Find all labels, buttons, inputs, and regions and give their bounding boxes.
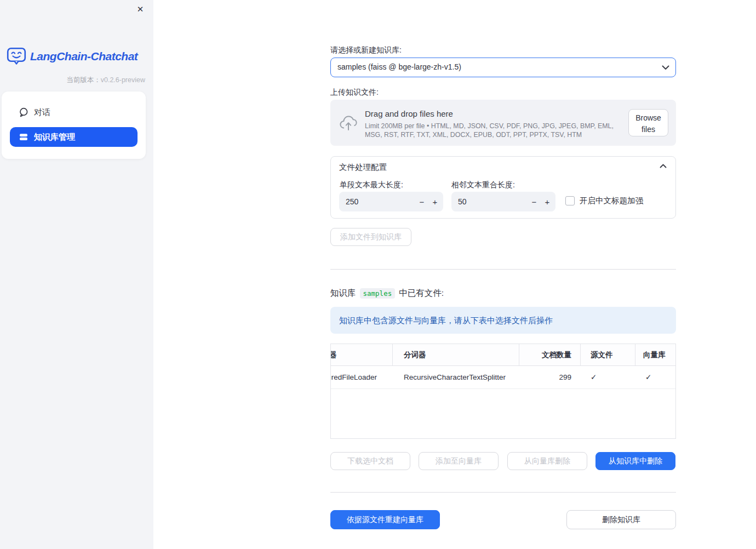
col-header-vector-store: 向量库 xyxy=(643,344,666,366)
download-selected-button[interactable]: 下载选中文档 xyxy=(330,452,410,470)
cloud-upload-icon xyxy=(339,115,358,131)
sidebar-menu: 对话 知识库管理 xyxy=(2,92,146,159)
expander-title: 文件处理配置 xyxy=(339,162,387,173)
rebuild-vector-store-button[interactable]: 依据源文件重建向量库 xyxy=(330,510,440,529)
delete-kb-button[interactable]: 删除知识库 xyxy=(566,510,676,529)
file-dropzone[interactable]: Drag and drop files here Limit 200MB per… xyxy=(330,100,676,146)
sidebar-item-knowledge-base[interactable]: 知识库管理 xyxy=(10,127,138,147)
overlap-length-label: 相邻文本重合长度: xyxy=(451,180,515,190)
chat-bubble-icon xyxy=(19,107,28,117)
kb-selectbox-value: samples (faiss @ bge-large-zh-v1.5) xyxy=(337,58,461,76)
divider xyxy=(330,269,676,270)
close-sidebar-button[interactable]: ✕ xyxy=(135,4,146,15)
sidebar-item-label: 对话 xyxy=(34,107,50,118)
file-actions: 下载选中文档 添加至向量库 从向量库删除 从知识库中删除 xyxy=(330,452,676,470)
max-length-stepper: − + xyxy=(339,192,443,211)
cell-splitter: RecursiveCharacterTextSplitter xyxy=(404,366,506,389)
check-icon: ✓ xyxy=(645,366,651,389)
version-value: v0.2.6-preview xyxy=(101,76,145,84)
table-header-row: 文档加载器 分词器 文档数量 源文件 向量库 xyxy=(331,344,675,366)
increment-button[interactable]: + xyxy=(428,192,442,211)
main-content: 请选择或新建知识库: samples (faiss @ bge-large-zh… xyxy=(330,0,676,549)
kb-files-prefix: 知识库 xyxy=(330,288,356,298)
max-length-label: 单段文本最大长度: xyxy=(340,180,403,190)
column-separator xyxy=(519,344,519,365)
kb-selectbox[interactable]: samples (faiss @ bge-large-zh-v1.5) xyxy=(330,58,676,77)
zh-title-enhance-label: 开启中文标题加强 xyxy=(580,196,643,206)
kb-files-heading: 知识库samples中已有文件: xyxy=(330,288,444,299)
column-separator xyxy=(635,344,635,365)
chevron-up-icon xyxy=(660,164,667,168)
zh-title-enhance-option: 开启中文标题加强 xyxy=(565,196,643,206)
col-header-loader: 文档加载器 xyxy=(330,344,337,366)
add-files-to-kb-button[interactable]: 添加文件到知识库 xyxy=(330,228,411,246)
overlap-length-input[interactable] xyxy=(451,192,523,211)
delete-from-kb-button[interactable]: 从知识库中删除 xyxy=(595,452,675,470)
version-info: 当前版本：v0.2.6-preview xyxy=(66,76,145,85)
cell-loader: UnstructuredFileLoader xyxy=(330,366,377,389)
col-header-doc-count: 文档数量 xyxy=(519,344,571,366)
table-row[interactable]: UnstructuredFileLoader RecursiveCharacte… xyxy=(331,366,675,389)
check-icon: ✓ xyxy=(591,366,597,389)
increment-button[interactable]: + xyxy=(540,192,554,211)
dropzone-title: Drag and drop files here xyxy=(365,109,453,118)
sidebar: ✕ LangChain-Chatchat 当前版本：v0.2.6-preview xyxy=(0,0,153,549)
page: ✕ LangChain-Chatchat 当前版本：v0.2.6-preview xyxy=(0,0,756,549)
info-banner: 知识库中包含源文件与向量库，请从下表中选择文件后操作 xyxy=(330,307,676,334)
sidebar-item-chat[interactable]: 对话 xyxy=(10,102,138,122)
sidebar-item-label: 知识库管理 xyxy=(34,132,75,142)
column-separator xyxy=(392,344,393,365)
brand: LangChain-Chatchat xyxy=(7,47,138,65)
zh-title-enhance-checkbox[interactable] xyxy=(565,196,575,205)
browse-files-button[interactable]: Browse files xyxy=(628,109,668,136)
delete-from-vector-store-button[interactable]: 从向量库删除 xyxy=(507,452,587,470)
info-banner-text: 知识库中包含源文件与向量库，请从下表中选择文件后操作 xyxy=(339,307,553,334)
langchain-chatchat-logo-icon xyxy=(7,47,26,65)
max-length-input[interactable] xyxy=(339,192,410,211)
close-icon: ✕ xyxy=(137,4,144,14)
kb-name-code: samples xyxy=(360,288,396,299)
cell-doc-count: 299 xyxy=(519,366,571,389)
stack-icon xyxy=(19,132,28,142)
file-config-expander: 文件处理配置 单段文本最大长度: 相邻文本重合长度: − + − + 开启中文标… xyxy=(330,156,676,219)
add-to-vector-store-button[interactable]: 添加至向量库 xyxy=(419,452,499,470)
column-separator xyxy=(580,344,581,365)
files-table: 文档加载器 分词器 文档数量 源文件 向量库 UnstructuredFileL… xyxy=(330,344,676,439)
divider xyxy=(330,492,676,493)
col-header-source-file: 源文件 xyxy=(591,344,613,366)
version-label: 当前版本： xyxy=(66,76,101,84)
chevron-down-icon xyxy=(662,65,669,70)
overlap-length-stepper: − + xyxy=(451,192,555,211)
kb-select-label: 请选择或新建知识库: xyxy=(330,45,402,55)
expander-toggle[interactable]: 文件处理配置 xyxy=(331,157,675,176)
decrement-button[interactable]: − xyxy=(415,192,429,211)
upload-label: 上传知识文件: xyxy=(330,88,379,98)
col-header-splitter: 分词器 xyxy=(404,344,426,366)
kb-files-suffix: 中已有文件: xyxy=(399,288,444,298)
decrement-button[interactable]: − xyxy=(527,192,541,211)
brand-title: LangChain-Chatchat xyxy=(30,50,138,63)
dropzone-hint: Limit 200MB per file • HTML, MD, JSON, C… xyxy=(365,122,626,139)
